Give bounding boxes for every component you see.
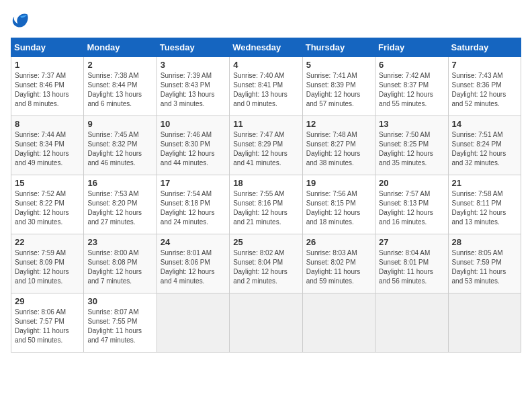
day-number: 23 [87,237,152,247]
column-header-tuesday: Tuesday [157,38,229,57]
day-detail: Sunrise: 7:39 AM Sunset: 8:43 PM Dayligh… [161,72,215,107]
calendar-cell: 22 Sunrise: 7:59 AM Sunset: 8:09 PM Dayl… [11,234,84,293]
day-detail: Sunrise: 7:52 AM Sunset: 8:22 PM Dayligh… [15,190,69,226]
day-detail: Sunrise: 7:57 AM Sunset: 8:13 PM Dayligh… [379,190,433,226]
day-number: 24 [161,237,226,247]
day-detail: Sunrise: 7:46 AM Sunset: 8:30 PM Dayligh… [161,131,215,167]
calendar-cell: 20 Sunrise: 7:57 AM Sunset: 8:13 PM Dayl… [375,175,448,234]
calendar-week-row: 1 Sunrise: 7:37 AM Sunset: 8:46 PM Dayli… [11,57,521,116]
calendar-table: SundayMondayTuesdayWednesdayThursdayFrid… [11,38,521,353]
calendar-cell: 7 Sunrise: 7:43 AM Sunset: 8:36 PM Dayli… [448,57,521,116]
calendar-cell: 1 Sunrise: 7:37 AM Sunset: 8:46 PM Dayli… [11,57,84,116]
calendar-cell: 18 Sunrise: 7:55 AM Sunset: 8:16 PM Dayl… [230,175,302,234]
day-detail: Sunrise: 7:56 AM Sunset: 8:15 PM Dayligh… [306,190,361,226]
day-detail: Sunrise: 8:03 AM Sunset: 8:02 PM Dayligh… [306,249,361,285]
calendar-cell: 16 Sunrise: 7:53 AM Sunset: 8:20 PM Dayl… [84,175,157,234]
day-number: 30 [87,296,152,306]
calendar-week-row: 22 Sunrise: 7:59 AM Sunset: 8:09 PM Dayl… [11,234,521,293]
day-number: 4 [233,60,298,70]
day-detail: Sunrise: 8:05 AM Sunset: 7:59 PM Dayligh… [452,249,506,285]
calendar-cell: 3 Sunrise: 7:39 AM Sunset: 8:43 PM Dayli… [157,57,229,116]
day-detail: Sunrise: 7:37 AM Sunset: 8:46 PM Dayligh… [15,72,69,107]
day-number: 21 [452,178,517,188]
day-detail: Sunrise: 7:40 AM Sunset: 8:41 PM Dayligh… [233,72,287,107]
day-number: 11 [233,119,298,129]
calendar-cell: 28 Sunrise: 8:05 AM Sunset: 7:59 PM Dayl… [448,234,521,293]
day-detail: Sunrise: 7:59 AM Sunset: 8:09 PM Dayligh… [15,249,69,285]
calendar-week-row: 15 Sunrise: 7:52 AM Sunset: 8:22 PM Dayl… [11,175,521,234]
column-header-saturday: Saturday [448,38,521,57]
logo-bird-icon [11,11,30,30]
day-number: 9 [87,119,152,129]
day-detail: Sunrise: 7:44 AM Sunset: 8:34 PM Dayligh… [15,131,69,167]
calendar-cell [448,293,521,353]
day-detail: Sunrise: 7:51 AM Sunset: 8:24 PM Dayligh… [452,131,506,167]
day-number: 25 [233,237,298,247]
calendar-cell: 30 Sunrise: 8:07 AM Sunset: 7:55 PM Dayl… [84,293,157,353]
calendar-cell: 4 Sunrise: 7:40 AM Sunset: 8:41 PM Dayli… [230,57,302,116]
calendar-cell [157,293,229,353]
calendar-cell: 26 Sunrise: 8:03 AM Sunset: 8:02 PM Dayl… [302,234,375,293]
day-number: 12 [306,119,371,129]
day-number: 6 [379,60,444,70]
calendar-cell: 17 Sunrise: 7:54 AM Sunset: 8:18 PM Dayl… [157,175,229,234]
calendar-cell [230,293,302,353]
calendar-cell: 21 Sunrise: 7:58 AM Sunset: 8:11 PM Dayl… [448,175,521,234]
day-number: 18 [233,178,298,188]
calendar-cell [302,293,375,353]
day-detail: Sunrise: 7:43 AM Sunset: 8:36 PM Dayligh… [452,72,506,107]
calendar-week-row: 29 Sunrise: 8:06 AM Sunset: 7:57 PM Dayl… [11,293,521,353]
day-number: 20 [379,178,444,188]
column-header-thursday: Thursday [302,38,375,57]
day-number: 7 [452,60,517,70]
calendar-cell: 2 Sunrise: 7:38 AM Sunset: 8:44 PM Dayli… [84,57,157,116]
calendar-cell: 9 Sunrise: 7:45 AM Sunset: 8:32 PM Dayli… [84,116,157,175]
page-header [11,11,521,30]
day-number: 16 [87,178,152,188]
day-detail: Sunrise: 8:07 AM Sunset: 7:55 PM Dayligh… [87,308,142,344]
day-detail: Sunrise: 7:45 AM Sunset: 8:32 PM Dayligh… [87,131,142,167]
column-header-friday: Friday [375,38,448,57]
column-header-wednesday: Wednesday [230,38,302,57]
calendar-cell: 24 Sunrise: 8:01 AM Sunset: 8:06 PM Dayl… [157,234,229,293]
day-detail: Sunrise: 7:55 AM Sunset: 8:16 PM Dayligh… [233,190,287,226]
calendar-cell: 10 Sunrise: 7:46 AM Sunset: 8:30 PM Dayl… [157,116,229,175]
calendar-cell: 15 Sunrise: 7:52 AM Sunset: 8:22 PM Dayl… [11,175,84,234]
calendar-cell: 5 Sunrise: 7:41 AM Sunset: 8:39 PM Dayli… [302,57,375,116]
day-number: 3 [161,60,226,70]
day-detail: Sunrise: 7:48 AM Sunset: 8:27 PM Dayligh… [306,131,361,167]
day-number: 22 [15,237,80,247]
day-detail: Sunrise: 8:01 AM Sunset: 8:06 PM Dayligh… [161,249,215,285]
day-number: 15 [15,178,80,188]
day-number: 13 [379,119,444,129]
day-detail: Sunrise: 8:00 AM Sunset: 8:08 PM Dayligh… [87,249,142,285]
calendar-header-row: SundayMondayTuesdayWednesdayThursdayFrid… [11,38,521,57]
day-number: 2 [87,60,152,70]
calendar-cell: 19 Sunrise: 7:56 AM Sunset: 8:15 PM Dayl… [302,175,375,234]
day-number: 8 [15,119,80,129]
day-detail: Sunrise: 8:06 AM Sunset: 7:57 PM Dayligh… [15,308,69,344]
calendar-cell: 29 Sunrise: 8:06 AM Sunset: 7:57 PM Dayl… [11,293,84,353]
logo [11,11,32,30]
calendar-cell: 27 Sunrise: 8:04 AM Sunset: 8:01 PM Dayl… [375,234,448,293]
calendar-cell: 13 Sunrise: 7:50 AM Sunset: 8:25 PM Dayl… [375,116,448,175]
day-number: 29 [15,296,80,306]
calendar-body: 1 Sunrise: 7:37 AM Sunset: 8:46 PM Dayli… [11,57,521,353]
day-detail: Sunrise: 7:38 AM Sunset: 8:44 PM Dayligh… [87,72,142,107]
day-detail: Sunrise: 8:02 AM Sunset: 8:04 PM Dayligh… [233,249,287,285]
calendar-cell: 11 Sunrise: 7:47 AM Sunset: 8:29 PM Dayl… [230,116,302,175]
calendar-cell: 14 Sunrise: 7:51 AM Sunset: 8:24 PM Dayl… [448,116,521,175]
day-number: 5 [306,60,371,70]
day-number: 19 [306,178,371,188]
day-detail: Sunrise: 7:47 AM Sunset: 8:29 PM Dayligh… [233,131,287,167]
day-number: 17 [161,178,226,188]
column-header-sunday: Sunday [11,38,84,57]
calendar-cell: 25 Sunrise: 8:02 AM Sunset: 8:04 PM Dayl… [230,234,302,293]
day-number: 10 [161,119,226,129]
day-detail: Sunrise: 7:41 AM Sunset: 8:39 PM Dayligh… [306,72,361,107]
day-number: 28 [452,237,517,247]
column-header-monday: Monday [84,38,157,57]
day-detail: Sunrise: 7:42 AM Sunset: 8:37 PM Dayligh… [379,72,433,107]
day-number: 26 [306,237,371,247]
calendar-cell: 8 Sunrise: 7:44 AM Sunset: 8:34 PM Dayli… [11,116,84,175]
